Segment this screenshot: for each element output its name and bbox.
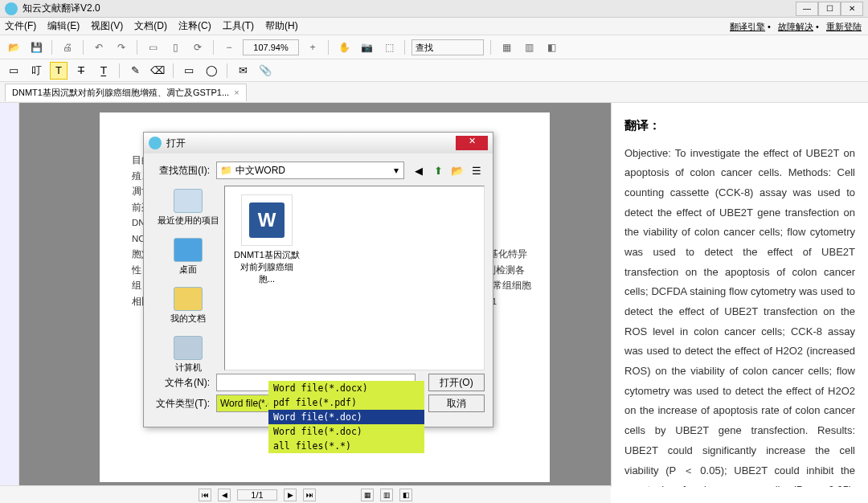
fit-page-icon[interactable]: ▭	[144, 39, 162, 56]
filetype-option[interactable]: Word file(*.doc)	[268, 410, 424, 424]
tab-document[interactable]: DNMT1基因沉默对前列腺癌细胞增殖、凋亡及GSTP1... ×	[5, 84, 247, 101]
tool-pencil[interactable]: ✎	[126, 62, 144, 80]
sidebar-mydocs[interactable]: 我的文档	[170, 287, 206, 325]
zoom-out-icon[interactable]: −	[220, 39, 238, 56]
document-tabs: DNMT1基因沉默对前列腺癌细胞增殖、凋亡及GSTP1... ×	[0, 82, 868, 103]
zoom-in-icon[interactable]: +	[304, 39, 321, 56]
newfolder-icon[interactable]: 📂	[449, 162, 465, 178]
sidebar-recent[interactable]: 最近使用的项目	[158, 189, 219, 227]
app-icon	[5, 2, 18, 15]
tool-shape2[interactable]: ◯	[203, 62, 220, 80]
dialog-sidebar: 最近使用的项目 桌面 我的文档 计算机	[152, 186, 224, 370]
back-icon[interactable]: ◀	[411, 162, 427, 178]
app-title: 知云文献翻译V2.0	[23, 2, 796, 15]
fit-width-icon[interactable]: ▯	[166, 39, 184, 56]
link-relogin[interactable]: 重新登陆	[826, 22, 862, 31]
menu-file[interactable]: 文件(F)	[5, 19, 36, 33]
hand-icon[interactable]: ✋	[335, 39, 353, 56]
print-icon[interactable]: 🖨	[59, 39, 76, 56]
tool-shape1[interactable]: ▭	[180, 62, 198, 80]
menu-comment[interactable]: 注释(C)	[178, 19, 211, 33]
view-mode3-icon[interactable]: ◧	[399, 489, 412, 501]
open-button[interactable]: 打开(O)	[428, 374, 485, 391]
dialog-close-button[interactable]: ✕	[456, 136, 488, 150]
filetype-label: 文件类型(T):	[152, 397, 210, 411]
annotation-toolbar: ▭ 叮 T T̶ T̲ ✎ ⌫ ▭ ◯ ✉ 📎	[0, 59, 868, 82]
main-toolbar: 📂 💾 🖨 ↶ ↷ ▭ ▯ ⟳ − 107.94% + ✋ 📷 ⬚ 查找 ▦ ▥…	[0, 35, 868, 59]
filetype-option[interactable]: Word file(*.doc)	[268, 424, 424, 439]
filetype-dropdown: Word file(*.docx) pdf file(*.pdf) Word f…	[268, 381, 424, 453]
page-indicator[interactable]: 1/1	[237, 489, 277, 501]
undo-icon[interactable]: ↶	[90, 39, 108, 56]
cancel-button[interactable]: 取消	[428, 395, 485, 412]
dialog-icon	[149, 137, 162, 149]
view-mode2-icon[interactable]: ▥	[380, 489, 393, 501]
snapshot-icon[interactable]: 📷	[358, 39, 375, 56]
file-list[interactable]: W DNMT1基因沉默对前列腺癌细胞...	[224, 186, 485, 370]
menu-document[interactable]: 文档(D)	[134, 19, 167, 33]
page-icon[interactable]: ▦	[497, 39, 515, 56]
tool-attach[interactable]: 📎	[256, 62, 274, 80]
translation-panel: 翻译： Objective: To investigate the effect…	[611, 103, 868, 487]
status-bar: ⏮ ◀ 1/1 ▶ ⏭ ▦ ▥ ◧	[0, 485, 611, 503]
rotate-icon[interactable]: ⟳	[189, 39, 207, 56]
view-mode1-icon[interactable]: ▦	[361, 489, 374, 501]
right-links: 翻译引擎 • 故障解决 • 重新登陆	[725, 21, 862, 33]
first-page-icon[interactable]: ⏮	[199, 489, 211, 501]
sidebar-computer[interactable]: 计算机	[174, 336, 203, 374]
page2-icon[interactable]: ▥	[520, 39, 538, 56]
tool-underline[interactable]: T̲	[95, 62, 113, 80]
file-item[interactable]: W DNMT1基因沉默对前列腺癌细胞...	[233, 194, 301, 285]
tool-stamp[interactable]: ✉	[234, 62, 252, 80]
scope-value: 中文WORD	[235, 164, 285, 178]
menu-view[interactable]: 视图(V)	[91, 19, 123, 33]
next-page-icon[interactable]: ▶	[284, 489, 297, 501]
close-button[interactable]: ✕	[841, 2, 863, 16]
find-input[interactable]: 查找	[411, 39, 484, 55]
menu-help[interactable]: 帮助(H)	[265, 19, 298, 33]
word-icon: W	[249, 202, 285, 238]
tab-title: DNMT1基因沉默对前列腺癌细胞增殖、凋亡及GSTP1...	[12, 87, 229, 99]
prev-page-icon[interactable]: ◀	[218, 489, 231, 501]
menu-edit[interactable]: 编辑(E)	[47, 19, 80, 33]
filetype-option[interactable]: Word file(*.docx)	[268, 381, 424, 395]
select-icon[interactable]: ⬚	[380, 39, 398, 56]
zoom-level[interactable]: 107.94%	[243, 39, 299, 55]
open-icon[interactable]: 📂	[5, 39, 23, 56]
filename-label: 文件名(N):	[152, 376, 210, 390]
maximize-button[interactable]: ☐	[818, 2, 841, 16]
tool-eraser[interactable]: ⌫	[149, 62, 166, 80]
left-sidebar[interactable]	[0, 103, 19, 487]
link-problems[interactable]: 故障解决	[778, 22, 813, 31]
tool-highlight[interactable]: T	[50, 62, 68, 80]
folder-icon: 📁	[220, 165, 232, 176]
sidebar-desktop[interactable]: 桌面	[174, 238, 203, 276]
scope-select[interactable]: 📁 中文WORD	[216, 162, 404, 179]
filetype-option[interactable]: pdf file(*.pdf)	[268, 395, 424, 410]
dialog-titlebar[interactable]: 打开 ✕	[144, 133, 493, 153]
page3-icon[interactable]: ◧	[542, 39, 560, 56]
last-page-icon[interactable]: ⏭	[303, 489, 316, 501]
file-name: DNMT1基因沉默对前列腺癌细胞...	[234, 250, 300, 284]
scope-label: 查找范围(I):	[152, 164, 210, 178]
link-engine[interactable]: 翻译引擎	[730, 22, 765, 31]
translation-body: Objective: To investigate the effect of …	[624, 144, 855, 488]
up-icon[interactable]: ⬆	[430, 162, 446, 178]
dialog-title: 打开	[166, 137, 456, 150]
translation-heading: 翻译：	[624, 114, 855, 137]
minimize-button[interactable]: —	[796, 2, 818, 16]
tab-close-icon[interactable]: ×	[234, 88, 239, 97]
save-icon[interactable]: 💾	[27, 39, 45, 56]
menu-tools[interactable]: 工具(T)	[223, 19, 254, 33]
viewmode-icon[interactable]: ☰	[469, 162, 485, 178]
redo-icon[interactable]: ↷	[113, 39, 130, 56]
tool-strike[interactable]: T̶	[72, 62, 90, 80]
tool-text1[interactable]: 叮	[27, 62, 45, 80]
filetype-option[interactable]: all files(*.*)	[268, 439, 424, 453]
title-bar: 知云文献翻译V2.0 — ☐ ✕	[0, 0, 868, 18]
tool-text-select[interactable]: ▭	[5, 62, 23, 80]
